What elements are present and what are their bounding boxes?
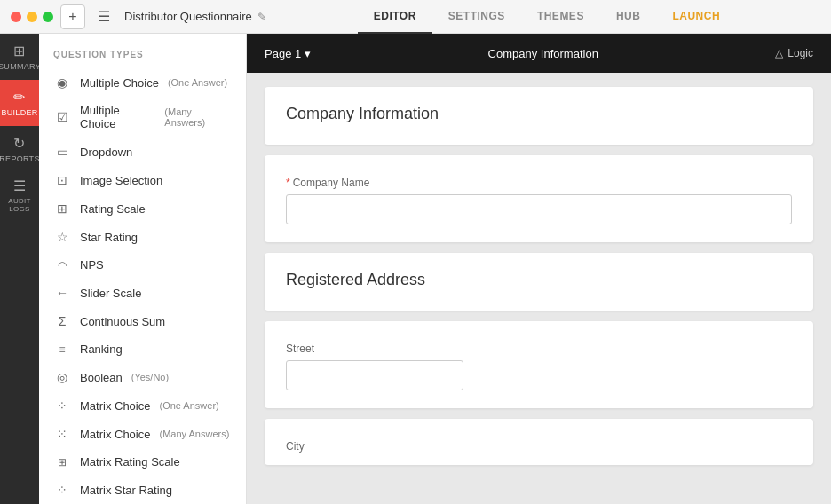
city-card: City [265,419,813,465]
star-rating-icon: ☆ [53,230,71,244]
question-label: Ranking [80,343,123,356]
list-item[interactable]: ⁙ Matrix Choice (Many Answers) [39,420,246,448]
section-title: Registered Address [286,271,792,289]
logic-label: Logic [787,47,813,59]
page-bar: Page 1 ▾ Company Information △ Logic [247,34,831,73]
main-layout: ⊞ SUMMARY ✏ BUILDER ↻ REPORTS ☰ AUDIT LO… [0,34,831,504]
required-mark: * [286,177,290,189]
summary-icon: ⊞ [13,43,25,59]
multiple-choice-one-icon: ◉ [53,75,71,90]
street-card: Street [265,321,813,408]
rating-scale-icon: ⊞ [53,201,71,216]
question-label: Rating Scale [80,202,146,216]
question-label: NPS [80,258,104,272]
company-name-label: *Company Name [286,177,792,189]
traffic-light-red[interactable] [11,12,21,22]
sidebar-item-reports[interactable]: ↻ REPORTS [0,126,39,172]
street-group: Street [286,343,792,390]
company-name-input[interactable] [286,194,792,224]
add-button[interactable]: + [60,4,85,29]
traffic-light-yellow[interactable] [27,12,37,22]
dropdown-icon: ▭ [53,145,71,159]
content-area: Company Information *Company Name Regist… [247,73,831,479]
titlebar: + ☰ Distributor Questionnaire ✎ EDITOR S… [0,0,831,34]
tab-editor[interactable]: EDITOR [358,0,432,34]
image-selection-icon: ⊡ [53,173,71,187]
slider-scale-icon: ← [53,286,71,300]
list-item[interactable]: ▭ Dropdown [39,138,246,166]
reports-label: REPORTS [0,154,40,163]
question-sub: (One Answer) [168,77,227,88]
builder-icon: ✏ [13,89,25,106]
question-sub: (Many Answers) [164,106,232,128]
edit-title-icon[interactable]: ✎ [257,11,266,23]
street-input[interactable] [286,360,463,390]
question-label: Image Selection [80,174,162,187]
editor-area: Page 1 ▾ Company Information △ Logic Com… [247,34,831,504]
tab-hub[interactable]: HUB [600,0,657,34]
section-title: Company Information [286,105,792,123]
list-item[interactable]: ≡ Ranking [39,335,246,363]
continuous-sum-icon: Σ [53,314,71,328]
chevron-down-icon: ▾ [305,47,311,60]
question-label: Matrix Choice [80,399,150,413]
city-label: City [286,440,792,453]
question-types-panel: QUESTION TYPES ◉ Multiple Choice (One An… [39,34,247,504]
list-item[interactable]: ◎ Boolean (Yes/No) [39,363,246,391]
page-selector[interactable]: Page 1 ▾ [265,47,311,60]
tab-themes[interactable]: THEMES [521,0,600,34]
audit-icon: ☰ [13,177,26,194]
sidebar-item-summary[interactable]: ⊞ SUMMARY [0,34,39,80]
traffic-light-green[interactable] [43,12,53,22]
list-item[interactable]: ◠ NPS [39,251,246,279]
list-item[interactable]: ⁘ Matrix Star Rating [39,476,246,504]
nav-tabs: EDITOR SETTINGS THEMES HUB LAUNCH [358,0,736,34]
section-registered-address: Registered Address [265,253,813,311]
list-item[interactable]: ☆ Star Rating [39,223,246,251]
question-label: Matrix Star Rating [80,484,172,497]
hamburger-icon[interactable]: ☰ [98,8,110,25]
question-label: Slider Scale [80,287,141,300]
list-item[interactable]: ⁘ Matrix Choice (One Answer) [39,391,246,420]
logic-button[interactable]: △ Logic [775,47,813,59]
page-title: Company Information [488,47,598,60]
question-sub: (Many Answers) [159,429,229,439]
tab-settings[interactable]: SETTINGS [432,0,521,34]
question-label: Boolean [80,371,123,384]
ranking-icon: ≡ [53,343,71,356]
sidebar-item-builder[interactable]: ✏ BUILDER [0,80,39,126]
list-item[interactable]: ◉ Multiple Choice (One Answer) [39,68,246,97]
question-label: Dropdown [80,146,132,159]
list-item[interactable]: ⊞ Rating Scale [39,194,246,223]
builder-label: BUILDER [1,108,37,117]
nps-icon: ◠ [53,259,71,272]
company-name-group: *Company Name [286,177,792,224]
list-item[interactable]: Σ Continuous Sum [39,307,246,335]
logic-icon: △ [775,47,783,59]
list-item[interactable]: ← Slider Scale [39,279,246,307]
page-selector-label: Page 1 [265,47,301,60]
summary-label: SUMMARY [0,62,41,71]
matrix-choice-one-icon: ⁘ [53,398,71,413]
app-title-area: Distributor Questionnaire ✎ [124,10,266,23]
boolean-icon: ◎ [53,370,71,384]
street-label: Street [286,343,792,355]
panel-section-title: QUESTION TYPES [39,44,246,68]
list-item[interactable]: ⊞ Matrix Rating Scale [39,448,246,476]
traffic-lights [11,12,53,22]
question-label: Multiple Choice [80,76,159,90]
tab-launch[interactable]: LAUNCH [656,0,736,34]
question-label: Star Rating [80,231,138,244]
list-item[interactable]: ⊡ Image Selection [39,166,246,194]
city-group: City [286,440,792,453]
list-item[interactable]: ☑ Multiple Choice (Many Answers) [39,97,246,138]
audit-label: AUDIT LOGS [0,197,39,213]
matrix-rating-scale-icon: ⊞ [53,456,71,469]
question-label: Matrix Choice [80,428,150,441]
question-sub: (One Answer) [159,400,218,411]
sidebar-item-audit-logs[interactable]: ☰ AUDIT LOGS [0,172,39,218]
question-label: Matrix Rating Scale [80,455,180,469]
reports-icon: ↻ [13,135,25,152]
question-label: Continuous Sum [80,315,165,328]
section-company-info: Company Information [265,87,813,145]
